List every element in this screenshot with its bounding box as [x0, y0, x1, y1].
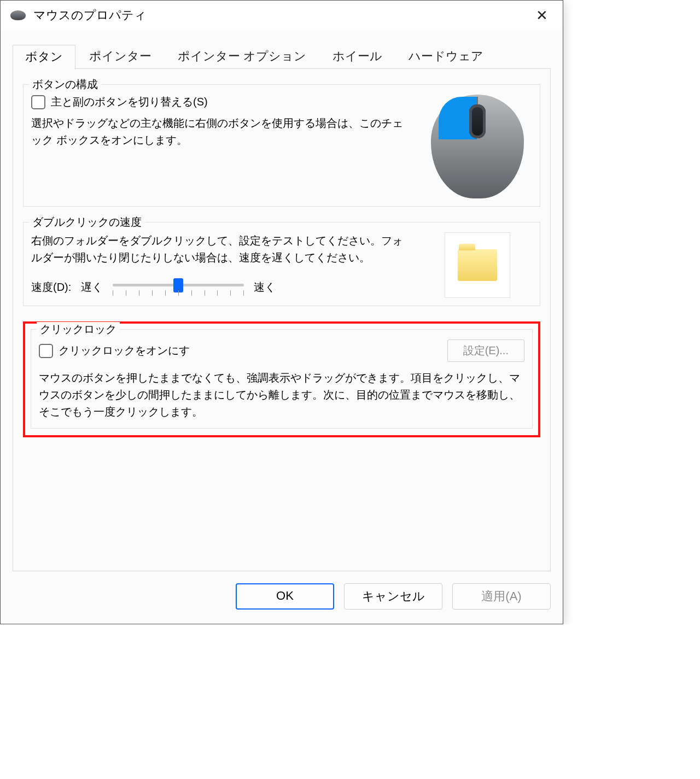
window-title: マウスのプロパティ: [33, 7, 531, 24]
tab-wheel[interactable]: ホイール: [320, 44, 395, 69]
group-click-lock-legend: クリックロック: [37, 322, 120, 337]
close-icon[interactable]: ✕: [531, 7, 553, 24]
tab-buttons[interactable]: ボタン: [13, 45, 75, 69]
mouse-icon: [10, 10, 26, 20]
tab-pointer[interactable]: ポインター: [77, 44, 164, 69]
swap-buttons-description: 選択やドラッグなどの主な機能に右側のボタンを使用する場合は、このチェック ボック…: [31, 115, 413, 149]
tab-panel: ボタンの構成 主と副のボタンを切り替える(S) 選択やドラッグなどの主な機能に右…: [13, 68, 551, 571]
group-double-click: ダブルクリックの速度 右側のフォルダーをダブルクリックして、設定をテストしてくだ…: [23, 222, 540, 306]
tab-pointer-options[interactable]: ポインター オプション: [165, 44, 319, 69]
clicklock-highlight: クリックロック クリックロックをオンにす 設定(E)... マウスのボタンを押し…: [23, 321, 540, 437]
swap-buttons-checkbox[interactable]: [31, 95, 45, 109]
swap-buttons-label: 主と副のボタンを切り替える(S): [51, 95, 208, 109]
folder-icon: [458, 249, 497, 281]
titlebar: マウスのプロパティ ✕: [1, 1, 563, 30]
dialog-footer: OK キャンセル 適用(A): [1, 571, 563, 624]
group-button-config-legend: ボタンの構成: [29, 77, 101, 92]
group-click-lock: クリックロック クリックロックをオンにす 設定(E)... マウスのボタンを押し…: [31, 329, 533, 429]
tabstrip: ボタン ポインター ポインター オプション ホイール ハードウェア: [13, 44, 551, 69]
slow-label: 遅く: [81, 280, 103, 295]
speed-label: 速度(D):: [31, 280, 71, 295]
mouse-graphic: [431, 95, 524, 198]
mouse-properties-dialog: マウスのプロパティ ✕ ボタン ポインター ポインター オプション ホイール ハ…: [0, 0, 563, 624]
fast-label: 速く: [254, 280, 276, 295]
client-area: ボタン ポインター ポインター オプション ホイール ハードウェア ボタンの構成…: [1, 30, 563, 571]
tab-hardware[interactable]: ハードウェア: [396, 44, 496, 69]
apply-button: 適用(A): [452, 583, 551, 610]
group-double-click-legend: ダブルクリックの速度: [29, 215, 145, 230]
clicklock-settings-button: 設定(E)...: [447, 339, 524, 362]
clicklock-checkbox[interactable]: [39, 344, 53, 358]
clicklock-description: マウスのボタンを押したままでなくても、強調表示やドラッグができます。項目をクリッ…: [39, 370, 524, 420]
ok-button[interactable]: OK: [236, 583, 334, 610]
clicklock-label: クリックロックをオンにす: [59, 343, 190, 358]
cancel-button[interactable]: キャンセル: [344, 583, 442, 610]
double-click-description: 右側のフォルダーをダブルクリックして、設定をテストしてください。フォルダーが開い…: [31, 232, 413, 266]
group-button-config: ボタンの構成 主と副のボタンを切り替える(S) 選択やドラッグなどの主な機能に右…: [23, 84, 540, 207]
double-click-test-area[interactable]: [445, 232, 510, 298]
double-click-speed-slider[interactable]: [113, 276, 244, 298]
